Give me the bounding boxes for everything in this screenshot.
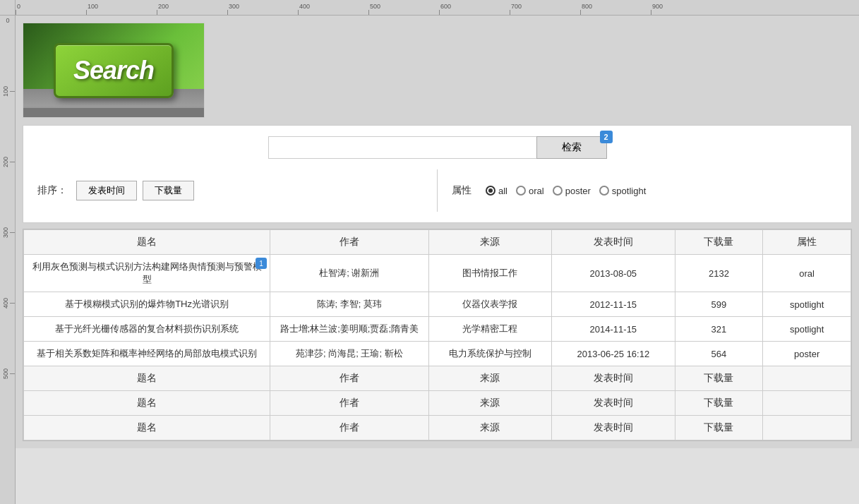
empty-row2-source: 来源 [428, 391, 552, 416]
radio-poster[interactable]: poster [553, 186, 591, 196]
radio-poster-label: poster [565, 186, 591, 196]
radio-spotlight[interactable]: spotlight [599, 186, 646, 196]
row4-authors: 苑津莎; 尚海昆; 王瑜; 靳松 [270, 342, 428, 366]
results-table-section: 题名 作者 来源 发表时间 下载量 属性 利用灰色预测与模式识别方法构建网络舆情… [23, 229, 852, 441]
row1-downloads: 2132 [675, 255, 763, 292]
empty-row3-date: 发表时间 [552, 416, 675, 440]
row3-downloads: 321 [675, 317, 763, 342]
row3-authors: 路士增;林兰波;姜明顺;贾磊;隋青美 [270, 317, 428, 342]
radio-spotlight-circle [599, 186, 609, 196]
empty-row3-downloads: 下载量 [675, 416, 763, 440]
table-row: 利用灰色预测与模式识别方法构建网络舆情预测与预警模型 1 杜智涛; 谢新洲 图书… [24, 255, 851, 292]
row2-title: 基于模糊模式识别的爆炸物THz光谱识别 [24, 292, 270, 317]
row4-downloads: 564 [675, 342, 763, 366]
empty-row2-attr [763, 391, 851, 416]
empty-row1-downloads: 下载量 [675, 366, 763, 391]
radio-poster-circle [553, 186, 563, 196]
row1-date: 2013-08-05 [552, 255, 675, 292]
row3-title: 基于光纤光栅传感器的复合材料损伤识别系统 [24, 317, 270, 342]
empty-row3-source: 来源 [428, 416, 552, 440]
sort-section: 排序： 发表时间 下载量 [37, 181, 423, 200]
empty-row2-date: 发表时间 [552, 391, 675, 416]
results-table: 题名 作者 来源 发表时间 下载量 属性 利用灰色预测与模式识别方法构建网络舆情… [23, 229, 851, 440]
attribute-section: 属性 all oral poster [452, 184, 837, 197]
col-header-downloads: 下载量 [675, 230, 763, 255]
table-header-row: 题名 作者 来源 发表时间 下载量 属性 [24, 230, 851, 255]
sort-by-date-button[interactable]: 发表时间 [76, 181, 137, 200]
radio-all-circle [486, 186, 495, 196]
search-input[interactable] [268, 136, 536, 159]
empty-row1-title: 题名 [24, 366, 270, 391]
table-row: 题名 作者 来源 发表时间 下载量 [24, 416, 851, 440]
main-canvas: Search 检索 2 排序： 发表时间 下载量 [16, 16, 859, 504]
search-row: 检索 2 [37, 136, 837, 159]
radio-spotlight-label: spotlight [612, 186, 646, 196]
sort-label: 排序： [37, 184, 67, 197]
empty-row3-attr [763, 416, 851, 440]
row2-attr: spotlight [763, 292, 851, 317]
empty-row2-authors: 作者 [270, 391, 428, 416]
row4-source: 电力系统保护与控制 [428, 342, 552, 366]
empty-row1-attr [763, 366, 851, 391]
search-key-text: Search [73, 56, 154, 85]
radio-oral-circle [516, 186, 526, 196]
row1-source: 图书情报工作 [428, 255, 552, 292]
filter-row: 排序： 发表时间 下载量 属性 all [37, 169, 837, 212]
search-badge: 2 [600, 131, 613, 143]
filter-divider [437, 169, 438, 212]
col-header-attr: 属性 [763, 230, 851, 255]
row2-downloads: 599 [675, 292, 763, 317]
ruler-top: 0 100 200 300 400 500 [16, 0, 859, 16]
table-row: 题名 作者 来源 发表时间 下载量 [24, 391, 851, 416]
empty-row2-title: 题名 [24, 391, 270, 416]
radio-oral-label: oral [529, 186, 544, 196]
table-row: 基于模糊模式识别的爆炸物THz光谱识别 陈涛; 李智; 莫玮 仪器仪表学报 20… [24, 292, 851, 317]
table-row: 题名 作者 来源 发表时间 下载量 [24, 366, 851, 391]
row1-authors: 杜智涛; 谢新洲 [270, 255, 428, 292]
table-row: 基于相关系数矩阵和概率神经网络的局部放电模式识别 苑津莎; 尚海昆; 王瑜; 靳… [24, 342, 851, 366]
attribute-label: 属性 [452, 184, 471, 197]
row3-source: 光学精密工程 [428, 317, 552, 342]
controls-section: 检索 2 排序： 发表时间 下载量 属性 [23, 125, 852, 223]
search-button[interactable]: 检索 [536, 136, 607, 159]
row4-attr: poster [763, 342, 851, 366]
row2-authors: 陈涛; 李智; 莫玮 [270, 292, 428, 317]
row2-date: 2012-11-15 [552, 292, 675, 317]
ruler-left: 0 100 200 300 400 500 [0, 16, 16, 504]
search-banner: Search [23, 23, 205, 118]
col-header-date: 发表时间 [552, 230, 675, 255]
empty-row1-authors: 作者 [270, 366, 428, 391]
row1-attr: oral [763, 255, 851, 292]
search-key: Search [54, 43, 174, 98]
row2-source: 仪器仪表学报 [428, 292, 552, 317]
row4-title: 基于相关系数矩阵和概率神经网络的局部放电模式识别 [24, 342, 270, 366]
empty-row1-source: 来源 [428, 366, 552, 391]
col-header-author: 作者 [270, 230, 428, 255]
attribute-radio-group: all oral poster spotlight [486, 186, 646, 196]
radio-oral[interactable]: oral [516, 186, 544, 196]
table-row: 基于光纤光栅传感器的复合材料损伤识别系统 路士增;林兰波;姜明顺;贾磊;隋青美 … [24, 317, 851, 342]
search-btn-wrapper: 检索 2 [536, 136, 607, 159]
row3-date: 2014-11-15 [552, 317, 675, 342]
empty-row3-authors: 作者 [270, 416, 428, 440]
row3-attr: spotlight [763, 317, 851, 342]
empty-row2-downloads: 下载量 [675, 391, 763, 416]
row1-badge: 1 [256, 258, 267, 269]
row4-date: 2013-06-25 16:12 [552, 342, 675, 366]
sort-by-downloads-button[interactable]: 下载量 [143, 181, 194, 200]
radio-all[interactable]: all [486, 186, 507, 196]
empty-row1-date: 发表时间 [552, 366, 675, 391]
col-header-source: 来源 [428, 230, 552, 255]
empty-row3-title: 题名 [24, 416, 270, 440]
ruler-corner [0, 0, 16, 16]
radio-all-label: all [498, 186, 507, 196]
row1-title: 利用灰色预测与模式识别方法构建网络舆情预测与预警模型 1 [24, 255, 270, 292]
col-header-title: 题名 [24, 230, 270, 255]
